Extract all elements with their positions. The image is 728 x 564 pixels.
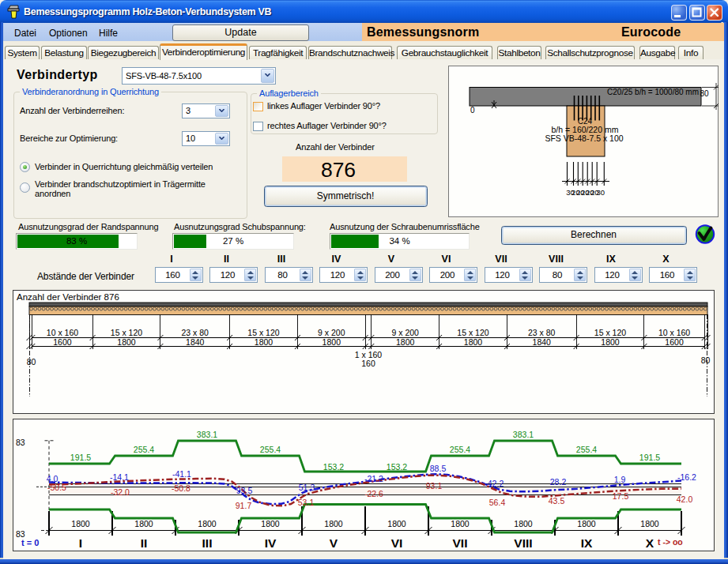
svg-text:C20/25 b/h = 1000/80 mm: C20/25 b/h = 1000/80 mm: [607, 88, 699, 96]
svg-text:-41.1: -41.1: [172, 469, 191, 479]
svg-text:1800: 1800: [323, 337, 341, 347]
svg-text:51.3: 51.3: [299, 483, 315, 492]
svg-text:-50.5: -50.5: [47, 483, 66, 492]
svg-text:II: II: [141, 536, 148, 550]
svg-text:1800: 1800: [640, 519, 659, 528]
svg-text:9 x 200: 9 x 200: [318, 328, 345, 337]
svg-text:255.4: 255.4: [260, 445, 281, 454]
svg-text:15 x 120: 15 x 120: [111, 328, 142, 337]
svg-text:1800: 1800: [451, 519, 470, 528]
svg-text:191.5: 191.5: [70, 453, 91, 462]
svg-text:80: 80: [701, 355, 711, 365]
svg-text:9 x 200: 9 x 200: [391, 328, 419, 337]
svg-text:80: 80: [700, 89, 709, 98]
svg-text:1800: 1800: [198, 519, 217, 528]
svg-text:83: 83: [16, 529, 25, 539]
svg-text:-22.6: -22.6: [364, 489, 383, 498]
svg-text:255.4: 255.4: [450, 445, 470, 454]
svg-text:SFS VB-48-7.5 x 100: SFS VB-48-7.5 x 100: [545, 133, 623, 143]
svg-text:153.2: 153.2: [323, 462, 344, 472]
svg-text:1.9: 1.9: [614, 475, 626, 484]
svg-text:VIII: VIII: [514, 536, 532, 550]
svg-text:1800: 1800: [514, 519, 533, 528]
svg-text:88.5: 88.5: [430, 464, 447, 473]
svg-text:1800: 1800: [117, 337, 136, 347]
svg-text:1840: 1840: [186, 337, 205, 347]
svg-text:53.1: 53.1: [298, 498, 315, 507]
svg-text:I: I: [79, 536, 82, 550]
svg-text:15 x 120: 15 x 120: [247, 328, 279, 337]
svg-text:-21.2: -21.2: [364, 474, 383, 483]
svg-text:23 x 80: 23 x 80: [528, 328, 556, 337]
svg-text:IX: IX: [581, 536, 593, 550]
svg-text:III: III: [202, 536, 213, 550]
svg-text:t = 0: t = 0: [21, 538, 39, 547]
svg-text:383.1: 383.1: [513, 430, 534, 439]
svg-text:42.0: 42.0: [677, 494, 693, 504]
svg-text:X: X: [646, 536, 654, 550]
svg-text:30: 30: [597, 188, 605, 197]
svg-text:17.5: 17.5: [613, 491, 629, 501]
svg-text:1600: 1600: [665, 337, 684, 347]
svg-text:V: V: [330, 536, 338, 550]
svg-text:0: 0: [470, 106, 475, 115]
svg-text:10 x 160: 10 x 160: [658, 328, 690, 337]
svg-text:-50.8: -50.8: [172, 483, 190, 493]
svg-text:1800: 1800: [601, 337, 620, 347]
svg-text:56.4: 56.4: [489, 498, 506, 507]
svg-text:C24: C24: [578, 117, 593, 126]
svg-text:23 x 80: 23 x 80: [182, 328, 209, 337]
svg-text:80: 80: [27, 357, 36, 367]
svg-text:1800: 1800: [464, 337, 483, 347]
svg-text:-16.2: -16.2: [677, 472, 696, 482]
svg-text:-14.1: -14.1: [110, 472, 129, 482]
svg-text:383.1: 383.1: [197, 430, 217, 439]
svg-text:VI: VI: [391, 536, 403, 550]
svg-text:83: 83: [16, 438, 25, 447]
svg-text:91.7: 91.7: [236, 501, 252, 510]
svg-text:43.5: 43.5: [549, 496, 565, 506]
svg-text:255.4: 255.4: [134, 445, 154, 454]
svg-text:15 x 120: 15 x 120: [457, 328, 488, 337]
svg-text:191.5: 191.5: [639, 453, 660, 462]
svg-text:1600: 1600: [53, 337, 72, 347]
svg-text:1800: 1800: [324, 519, 343, 528]
svg-text:10 x 160: 10 x 160: [47, 328, 78, 337]
svg-text:1800: 1800: [134, 519, 153, 528]
svg-text:1800: 1800: [396, 337, 415, 347]
svg-text:1800: 1800: [71, 519, 90, 528]
svg-text:255.4: 255.4: [576, 445, 597, 454]
svg-text:1800: 1800: [577, 519, 596, 528]
svg-text:1840: 1840: [533, 337, 552, 347]
svg-text:93.5: 93.5: [236, 486, 253, 495]
svg-text:160: 160: [361, 359, 375, 368]
svg-text:15 x 120: 15 x 120: [594, 328, 626, 337]
svg-text:42.2: 42.2: [488, 479, 504, 488]
svg-text:-32.0: -32.0: [111, 487, 130, 497]
svg-text:Anzahl der Verbinder 876: Anzahl der Verbinder 876: [17, 292, 119, 302]
svg-text:1800: 1800: [261, 519, 280, 528]
svg-text:28.2: 28.2: [550, 477, 567, 487]
svg-text:t -> oo: t -> oo: [658, 537, 683, 547]
svg-text:93.1: 93.1: [426, 481, 443, 491]
svg-text:153.2: 153.2: [387, 462, 407, 472]
svg-text:1800: 1800: [255, 337, 273, 347]
svg-text:IV: IV: [265, 536, 277, 550]
svg-text:VII: VII: [453, 536, 468, 550]
svg-text:1800: 1800: [387, 519, 406, 528]
